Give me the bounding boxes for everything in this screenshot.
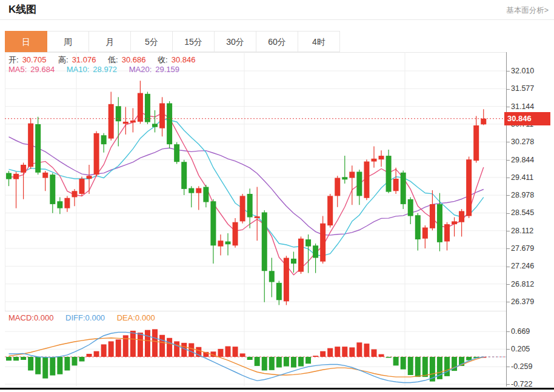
open-value: 30.705 xyxy=(22,55,47,64)
low-label: 低: xyxy=(108,55,118,64)
price-axis-label: 31.144 xyxy=(507,102,534,111)
price-axis-label: 26.379 xyxy=(507,297,534,307)
macd-axis-label: -0.259 xyxy=(507,362,532,371)
ma5-label: MA5: xyxy=(8,65,27,74)
page-title: K线图 xyxy=(8,2,36,16)
price-axis: 32.01031.57731.14430.71130.27829.84429.4… xyxy=(506,52,554,387)
ohlc-legend: 开:30.705 高:31.076 低:30.686 收:30.846 xyxy=(8,55,199,65)
dea-value: 0.000 xyxy=(135,313,155,322)
close-label: 收: xyxy=(158,55,168,64)
price-axis-label: 27.246 xyxy=(507,261,534,271)
tab-15分[interactable]: 15分 xyxy=(172,31,215,52)
high-value: 31.076 xyxy=(72,55,96,64)
tab-月[interactable]: 月 xyxy=(88,31,131,52)
chart-area: 开:30.705 高:31.076 低:30.686 收:30.846 MA5:… xyxy=(5,52,506,387)
macd-label: MACD: xyxy=(8,313,34,322)
diff-value: 0.000 xyxy=(85,313,105,322)
price-axis-label: 29.411 xyxy=(507,173,533,182)
price-axis-label: 27.679 xyxy=(507,244,534,253)
kline-widget: K线图 基本面分析> 日周月5分15分30分60分4时 开:30.705 高:3… xyxy=(0,0,554,392)
tab-30分[interactable]: 30分 xyxy=(214,31,256,52)
tab-日[interactable]: 日 xyxy=(5,31,47,52)
price-axis-label: 32.010 xyxy=(507,66,534,76)
open-label: 开: xyxy=(8,55,19,64)
candlestick-chart[interactable] xyxy=(5,52,506,311)
tab-4时[interactable]: 4时 xyxy=(298,31,340,52)
price-axis-label: 26.812 xyxy=(507,279,534,289)
macd-value: 0.000 xyxy=(34,313,54,322)
price-axis-label: 30.278 xyxy=(507,137,534,147)
price-axis-label: 28.978 xyxy=(507,190,534,200)
ma-legend: MA5:29.684 MA10:28.972 MA20:29.159 xyxy=(8,65,183,74)
macd-axis-label: 0.669 xyxy=(507,327,530,336)
diff-label: DIFF: xyxy=(65,313,85,322)
ma20-label: MA20: xyxy=(129,65,152,74)
price-axis-label: 29.844 xyxy=(507,155,534,165)
current-price-tag: 30.846 xyxy=(504,112,550,125)
interval-tabbar: 日周月5分15分30分60分4时 xyxy=(5,31,506,53)
tab-60分[interactable]: 60分 xyxy=(256,31,298,52)
header-divider xyxy=(0,19,554,20)
tab-5分[interactable]: 5分 xyxy=(130,31,173,52)
ma20-value: 29.159 xyxy=(155,65,179,74)
ma10-label: MA10: xyxy=(67,65,90,74)
price-axis-label: 31.577 xyxy=(507,84,534,93)
macd-axis-label: 0.205 xyxy=(507,344,530,354)
close-value: 30.846 xyxy=(172,55,196,64)
bottom-scroll-bar[interactable] xyxy=(0,388,554,390)
price-axis-label: 28.112 xyxy=(507,226,533,236)
low-value: 30.686 xyxy=(122,55,146,64)
ma10-value: 28.972 xyxy=(93,65,117,74)
tab-周[interactable]: 周 xyxy=(47,31,89,52)
price-axis-label: 28.545 xyxy=(507,208,534,218)
fundamental-analysis-link[interactable]: 基本面分析> xyxy=(506,5,549,16)
ma5-value: 29.684 xyxy=(30,65,55,74)
macd-legend: MACD:0.000 DIFF:0.000 DEA:0.000 xyxy=(8,313,159,322)
dea-label: DEA: xyxy=(117,313,135,322)
high-label: 高: xyxy=(58,55,68,64)
